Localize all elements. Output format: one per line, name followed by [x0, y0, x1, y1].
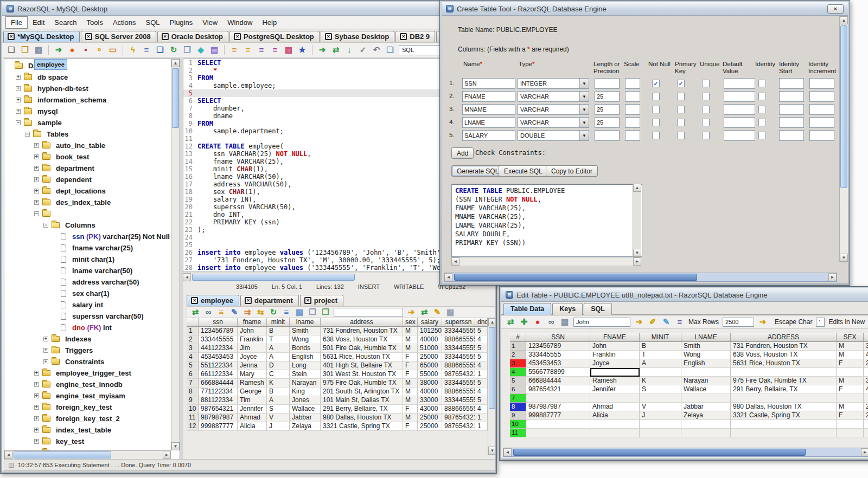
column-type-select[interactable]: INTEGER▼ [518, 78, 589, 89]
cell[interactable]: 333445555 [442, 344, 475, 353]
table-row[interactable]: 45566778899 [510, 368, 868, 377]
tree-item[interactable]: +Constraints [4, 356, 171, 367]
table-row[interactable]: 4453453453JoyceAEnglish5631 Rice, Housto… [187, 353, 488, 361]
cell[interactable]: George [238, 387, 267, 396]
cell[interactable]: 661122334 [199, 370, 238, 379]
delete-row-icon[interactable]: ● [533, 317, 542, 327]
identity-start-input[interactable] [779, 91, 804, 102]
results-tab[interactable]: project [300, 295, 343, 306]
primary-key-checkbox[interactable]: ✓ [677, 80, 685, 87]
expand-icon[interactable]: + [16, 75, 21, 80]
expand-icon[interactable]: + [43, 348, 48, 353]
cell[interactable]: 2 [864, 403, 868, 411]
table-row[interactable]: 8771122334GeorgeBKing201 South St, Arlin… [187, 387, 488, 396]
table-row[interactable]: 11987987987AhmadVJabbar980 Dallas, Houst… [187, 414, 488, 422]
cell[interactable]: 5631 Rice, Houston TX [321, 353, 403, 361]
cell[interactable]: Ramesh [590, 377, 640, 385]
expand-icon[interactable]: + [34, 200, 39, 205]
cell[interactable]: 771122334 [199, 387, 238, 396]
pill-icon[interactable]: ▭ [108, 45, 118, 55]
table-row[interactable]: 7666884444RameshKNarayan975 Fire Oak, Hu… [187, 379, 488, 387]
cell[interactable] [731, 368, 837, 377]
cell[interactable]: 333445555 [442, 353, 475, 361]
export-refresh-icon[interactable]: ⇄ [419, 307, 429, 317]
table-row[interactable]: 11 [510, 429, 868, 437]
close-tab-icon[interactable] [304, 297, 311, 304]
expand-icon[interactable]: + [34, 382, 39, 387]
tree-item[interactable]: +book_test [4, 151, 171, 163]
cell[interactable]: C [267, 370, 290, 379]
expand-icon[interactable]: + [34, 177, 39, 182]
length-input[interactable]: 25 [595, 104, 620, 115]
cell[interactable]: M [403, 344, 418, 353]
cell[interactable]: 4 [475, 405, 488, 414]
copy-to-editor-button[interactable]: Copy to Editor [546, 165, 598, 177]
cell[interactable]: 333445555 [442, 327, 475, 335]
connection-tab[interactable]: PostgreSQL Desktop [229, 31, 320, 42]
row-number[interactable]: 8 [510, 403, 526, 411]
copy-icon[interactable]: ❐ [182, 45, 192, 55]
identity-start-input[interactable] [779, 117, 804, 128]
tree-item[interactable]: −employee [4, 208, 171, 219]
download-icon[interactable]: ↓ [344, 45, 354, 55]
filter-icon[interactable]: ≡ [675, 317, 685, 327]
run-icon[interactable]: ➜ [317, 45, 327, 55]
table-row[interactable]: 9999887777AliciaJZelaya3321 Castle, Spri… [510, 411, 868, 420]
collapse-icon[interactable]: − [43, 223, 48, 228]
cell[interactable]: 888666555 [442, 405, 475, 414]
column-type-select[interactable]: VARCHAR▼ [518, 117, 589, 128]
tree-vertical-scrollbar[interactable]: ▲ ▼ [171, 59, 180, 450]
chevron-down-icon[interactable]: ▼ [579, 92, 589, 101]
tree-item[interactable]: sex char(1) [4, 288, 171, 299]
sql-horizontal-scrollbar[interactable]: ◄ ► [451, 257, 641, 266]
column-name-input[interactable]: SALARY [462, 130, 515, 141]
edit-icon[interactable]: ✎ [229, 307, 239, 317]
row-number[interactable]: 2 [510, 351, 526, 359]
cell[interactable]: 5631 Rice, Houston TX [731, 359, 837, 368]
favorite-star-icon[interactable]: ★ [297, 45, 307, 55]
cell[interactable]: F [403, 361, 418, 370]
new-file-icon[interactable]: ❏ [7, 45, 16, 55]
unique-checkbox[interactable] [702, 132, 710, 139]
copy-icon[interactable]: ❐ [308, 307, 317, 317]
cell[interactable]: 201 South St, Arlington TX [321, 387, 403, 396]
tree-item[interactable]: −Tables [4, 128, 171, 140]
tree-item[interactable]: +foreign_key_test_2 [4, 413, 171, 424]
cell[interactable] [864, 394, 868, 403]
cell[interactable]: 25000 [418, 353, 442, 361]
scroll-up-icon[interactable]: ▲ [633, 184, 641, 192]
scroll-down-icon[interactable]: ▼ [633, 249, 641, 257]
cell[interactable]: 666884444 [526, 377, 590, 385]
cell[interactable]: M [837, 377, 864, 385]
file-search-icon[interactable]: ❏ [155, 45, 165, 55]
dialog-title-bar[interactable]: Create Table Tool - RazorSQL Database En… [442, 2, 848, 16]
close-tab-icon[interactable] [191, 297, 198, 304]
cell[interactable] [526, 420, 590, 429]
scroll-left-icon[interactable]: ◄ [503, 448, 512, 456]
connection-tab[interactable]: DB2 9 [395, 31, 435, 42]
cell[interactable]: 987654321 [442, 370, 475, 379]
sort-desc-icon[interactable]: ≡ [243, 45, 253, 55]
cell[interactable]: 5 [475, 327, 488, 335]
cell[interactable] [526, 429, 590, 437]
expand-icon[interactable]: + [16, 98, 21, 102]
cell[interactable]: King [290, 387, 321, 396]
scroll-left-icon[interactable]: ◄ [451, 257, 459, 266]
column-type-select[interactable]: VARCHAR▼ [518, 91, 589, 102]
default-value-input[interactable] [724, 78, 755, 89]
connect-icon[interactable]: ➜ [54, 45, 63, 55]
chevron-down-icon[interactable]: ▼ [579, 105, 589, 114]
cell[interactable]: Mary [238, 370, 267, 379]
identity-checkbox[interactable] [758, 119, 766, 126]
edit-title-bar[interactable]: Edit Table - PUBLIC.EMPLOYEE utf8_notepa… [501, 288, 868, 302]
cell[interactable]: K [267, 379, 290, 387]
identity-increment-input[interactable] [809, 91, 834, 102]
cell[interactable] [590, 429, 640, 437]
scroll-right-icon[interactable]: ► [633, 257, 641, 266]
go-arrow-icon[interactable]: ➜ [634, 317, 644, 327]
tree-item[interactable]: +Triggers [4, 345, 171, 356]
cell[interactable]: 5 [475, 344, 488, 353]
expand-icon[interactable]: + [43, 359, 48, 364]
length-input[interactable]: 25 [595, 91, 620, 102]
cell[interactable]: Smith [290, 327, 321, 335]
